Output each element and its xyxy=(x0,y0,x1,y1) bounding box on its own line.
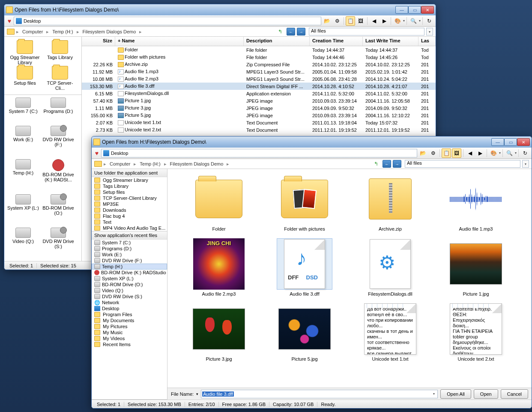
filter-input[interactable]: All files xyxy=(405,160,520,168)
drive-item[interactable]: Work (E:) xyxy=(6,125,40,157)
thumbnail-item[interactable]: ⚙FilesystemDialogs.dll xyxy=(356,238,424,296)
path-input[interactable]: Desktop xyxy=(14,17,321,25)
palette-icon[interactable]: 🎨 xyxy=(393,16,402,26)
folder-item[interactable]: Setup files xyxy=(8,66,42,91)
gear-icon[interactable]: ⚙ xyxy=(332,16,342,26)
file-row[interactable]: 2.73 KB Unicode text 2.txt Text Document… xyxy=(82,126,436,133)
thumbnail-item[interactable]: Picture 1.jpg xyxy=(442,238,510,296)
tree-item[interactable]: Flac bug 4 xyxy=(92,213,167,219)
thumbnail-item[interactable]: Picture 5.jpg xyxy=(270,303,339,362)
back-button[interactable]: ← xyxy=(383,160,391,168)
tree-item[interactable]: Setup files xyxy=(92,189,167,195)
view-list-icon[interactable]: 📋 xyxy=(346,16,355,26)
nav-fwd-icon[interactable]: ▶ xyxy=(475,148,485,158)
tree-item[interactable]: MP3SE xyxy=(92,201,167,207)
tree-item[interactable]: Ogg Streamer Library xyxy=(92,177,167,183)
tree-item[interactable]: System 7 (C:) xyxy=(92,240,167,246)
favorite-icon[interactable]: ♥ xyxy=(6,18,13,24)
file-row[interactable]: 6.15 MB FilesystemDialogs.dll Applicatio… xyxy=(82,90,436,97)
filter-dropdown[interactable]: ▾ xyxy=(522,160,529,168)
file-row[interactable]: 57.40 KB Picture 1.jpg JPEG image 2010.0… xyxy=(82,97,436,104)
open-button[interactable]: Open xyxy=(474,389,498,399)
filter-input[interactable]: All files xyxy=(309,28,424,36)
thumbnail-item[interactable]: Απαιτείται Επιχειρ...ΘΕΣΗ: Επιχειρησιακό… xyxy=(442,303,510,362)
titlebar[interactable]: Open Files from H:\Filesystem Dialogs De… xyxy=(4,4,436,15)
tree-item[interactable]: Program Files xyxy=(92,311,167,317)
search-icon[interactable]: 🔍 xyxy=(505,148,514,158)
file-row[interactable]: 22.26 KB Archive.zip Zip Compressed File… xyxy=(82,61,436,68)
tree-item[interactable]: MP4 Video And Audio Tag E... xyxy=(92,225,167,231)
maximize-button[interactable]: ▭ xyxy=(408,6,421,14)
thumbnail-item[interactable]: Да вот обнаружи...воткнул её в сво...что… xyxy=(356,303,424,362)
tree-item[interactable]: My Pictures xyxy=(92,323,167,329)
tree-item[interactable]: DVD RW Drive (F:) xyxy=(92,258,167,264)
cancel-button[interactable]: Cancel xyxy=(501,389,528,399)
tree-item[interactable]: BD-ROM Drive (K:) RADStudio xyxy=(92,270,167,276)
path-input[interactable]: Desktop xyxy=(101,149,417,157)
bc-folder[interactable]: Filesystem Dialogs Demo xyxy=(81,29,138,34)
bc-computer[interactable]: Computer xyxy=(108,161,132,166)
thumbnail-item[interactable]: JING CHIAudio file 2.mp3 xyxy=(185,238,253,296)
open-folder-icon[interactable]: 📂 xyxy=(418,148,427,158)
close-button[interactable]: ✕ xyxy=(517,138,530,146)
list-header[interactable]: Size + Name Description Creation Time La… xyxy=(82,37,436,46)
folder-item[interactable]: TCP Server-Cli... xyxy=(43,66,77,91)
file-row[interactable]: 10.08 MB Audio file 2.mp3 MPEG1 Layer3 S… xyxy=(82,75,436,83)
drive-item[interactable]: System 7 (C:) xyxy=(6,97,40,124)
tree-item[interactable]: BD-ROM Drive (O:) xyxy=(92,282,167,288)
file-row[interactable]: Folder with pictures File folder Today 1… xyxy=(82,53,436,61)
gear-icon[interactable]: ⚙ xyxy=(428,148,438,158)
drive-item[interactable]: DVD RW Drive (S:) xyxy=(41,227,75,259)
drive-item[interactable]: BD-ROM Drive (K:) RADSt... xyxy=(41,158,75,193)
thumbnail-item[interactable]: Picture 3.jpg xyxy=(185,303,253,362)
maximize-button[interactable]: ▭ xyxy=(504,138,517,146)
open-folder-icon[interactable]: 📂 xyxy=(322,16,332,26)
thumbnail-item[interactable]: Archive.zip xyxy=(356,173,424,231)
tree-item[interactable]: My Documents xyxy=(92,317,167,323)
minimize-button[interactable]: — xyxy=(491,138,504,146)
drive-item[interactable]: Temp (H:) xyxy=(6,158,40,193)
nav-back-icon[interactable]: ◀ xyxy=(369,16,379,26)
nav-back-icon[interactable]: ◀ xyxy=(465,148,475,158)
thumbnail-item[interactable]: ♪DFFDSDAudio file 3.dff xyxy=(270,238,339,296)
folder-item[interactable]: Ogg Streamer Library xyxy=(8,40,42,65)
tree-item[interactable]: Video (Q:) xyxy=(92,288,167,293)
tree-item[interactable]: Text xyxy=(92,219,167,225)
favorite-icon[interactable]: ♥ xyxy=(93,150,100,157)
file-row[interactable]: 155.00 KB Picture 5.jpg JPEG image 2010.… xyxy=(82,112,436,119)
minimize-button[interactable]: — xyxy=(395,6,408,14)
drive-item[interactable]: DVD RW Drive (F:) xyxy=(41,125,75,157)
back-button[interactable]: ← xyxy=(287,28,295,36)
tree-item[interactable]: Downloads xyxy=(92,207,167,213)
file-row[interactable]: 153.30 MB Audio file 3.dff Direct Stream… xyxy=(82,83,436,90)
tree-item[interactable]: Desktop xyxy=(92,305,167,311)
filter-dropdown[interactable]: ▾ xyxy=(426,28,433,36)
view-thumb-icon[interactable]: 🖼 xyxy=(356,16,365,26)
bc-computer[interactable]: Computer xyxy=(21,29,45,34)
bc-folder[interactable]: Filesystem Dialogs Demo xyxy=(168,161,225,166)
tree-item[interactable]: Tags Library xyxy=(92,183,167,189)
close-button[interactable]: ✕ xyxy=(421,6,434,14)
file-row[interactable]: Folder File folder Today 14:44:37 Today … xyxy=(82,46,436,53)
tree-item[interactable]: My Music xyxy=(92,329,167,335)
drive-item[interactable]: BD-ROM Drive (O:) xyxy=(41,193,75,226)
drive-item[interactable]: System XP (L:) xyxy=(6,193,40,226)
forward-button[interactable]: → xyxy=(393,160,401,168)
view-thumb-icon[interactable]: 🖼 xyxy=(452,148,461,158)
up-icon[interactable]: ↰ xyxy=(275,27,285,36)
thumbnail-item[interactable]: Folder xyxy=(185,173,253,231)
filename-input[interactable]: Audio file 3.dff ▾ xyxy=(201,390,438,398)
bc-drive[interactable]: Temp (H:) xyxy=(51,29,75,34)
drive-item[interactable]: Video (Q:) xyxy=(6,227,40,259)
file-row[interactable]: 1.11 MB Picture 3.jpg JPEG image 2014.09… xyxy=(82,104,436,112)
tree-item[interactable]: DVD RW Drive (S:) xyxy=(92,293,167,299)
tree-item[interactable]: System XP (L:) xyxy=(92,276,167,282)
tree-item[interactable]: Work (E:) xyxy=(92,252,167,258)
tree-item[interactable]: Programs (D:) xyxy=(92,246,167,252)
tree-item[interactable]: Temp (H:) xyxy=(92,264,167,270)
search-icon[interactable]: 🔍 xyxy=(409,16,418,26)
tree-item[interactable]: TCP Server-Client Library xyxy=(92,195,167,201)
open-all-button[interactable]: Open All xyxy=(440,389,471,399)
file-row[interactable]: 11.92 MB Audio file 1.mp3 MPEG1 Layer3 S… xyxy=(82,68,436,75)
folder-item[interactable]: Tags Library xyxy=(43,40,77,65)
